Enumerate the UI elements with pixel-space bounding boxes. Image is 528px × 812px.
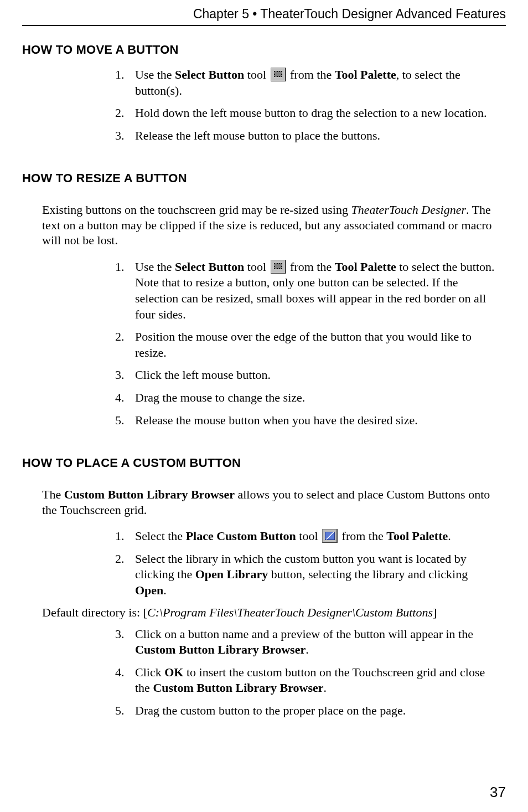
text: Select the	[135, 529, 186, 543]
default-directory: Default directory is: [C:\Program Files\…	[42, 605, 506, 620]
text: .	[306, 643, 309, 656]
page-number: 37	[490, 784, 506, 801]
move-steps: Use the Select Button tool from the Tool…	[127, 67, 506, 143]
italic-text: TheaterTouch Designer	[351, 203, 466, 217]
bold-text: Custom Button Library Browser	[135, 643, 306, 656]
bold-text: Open Library	[195, 567, 268, 581]
bold-text: Select Button	[175, 260, 244, 274]
place-custom-button-tool-icon	[322, 529, 338, 543]
text: .	[448, 529, 451, 543]
text: button, selecting the library and clicki…	[268, 567, 468, 581]
text: Click	[135, 665, 164, 679]
list-item: Position the mouse over the edge of the …	[127, 329, 500, 361]
bold-text: Open	[135, 583, 163, 597]
text: tool	[296, 529, 321, 543]
list-item: Select the library in which the custom b…	[127, 551, 500, 599]
text: tool	[244, 260, 269, 274]
list-item: Click OK to insert the custom button on …	[127, 665, 500, 696]
text: Use the	[135, 260, 175, 274]
bold-text: Tool Palette	[386, 529, 448, 543]
bold-text: Select Button	[175, 68, 244, 81]
text: from the	[287, 260, 335, 274]
bold-text: Tool Palette	[335, 68, 396, 81]
bold-text: OK	[164, 665, 183, 679]
list-item: Release the left mouse button to place t…	[127, 128, 500, 144]
select-button-tool-icon	[271, 260, 286, 274]
text: Use the	[135, 68, 175, 81]
bold-text: Custom Button Library Browser	[153, 681, 323, 695]
italic-text: C:\Program Files\TheaterTouch Designer\C…	[147, 605, 433, 619]
text: .	[163, 583, 167, 597]
list-item: Drag the mouse to change the size.	[127, 390, 500, 406]
list-item: Click on a button name and a preview of …	[127, 626, 500, 658]
text: .	[324, 681, 327, 695]
text: Click on a button name and a preview of …	[135, 627, 473, 641]
heading-move: HOW TO MOVE A BUTTON	[22, 43, 506, 57]
list-item: Select the Place Custom Button tool from…	[127, 528, 500, 544]
heading-resize: HOW TO RESIZE A BUTTON	[22, 171, 506, 186]
list-item: Release the mouse button when you have t…	[127, 413, 500, 429]
page-header: Chapter 5 • TheaterTouch Designer Advanc…	[22, 7, 506, 26]
heading-custom: HOW TO PLACE A CUSTOM BUTTON	[22, 456, 506, 470]
text: ]	[433, 605, 437, 619]
resize-intro: Existing buttons on the touchscreen grid…	[42, 202, 506, 248]
resize-steps: Use the Select Button tool from the Tool…	[127, 259, 506, 428]
custom-steps-a: Select the Place Custom Button tool from…	[127, 528, 506, 598]
list-item: Hold down the left mouse button to drag …	[127, 105, 500, 121]
text: from the	[339, 529, 386, 543]
text: tool	[244, 68, 269, 81]
list-item: Use the Select Button tool from the Tool…	[127, 67, 500, 99]
list-item: Drag the custom button to the proper pla…	[127, 703, 500, 719]
bold-text: Custom Button Library Browser	[64, 487, 235, 501]
bold-text: Place Custom Button	[186, 529, 296, 543]
text: Default directory is: [	[42, 605, 147, 619]
select-button-tool-icon	[271, 68, 286, 81]
list-item: Click the left mouse button.	[127, 367, 500, 383]
text: Existing buttons on the touchscreen grid…	[42, 203, 351, 217]
custom-steps-b: Click on a button name and a preview of …	[127, 626, 506, 719]
text: The	[42, 487, 64, 501]
list-item: Use the Select Button tool from the Tool…	[127, 259, 500, 322]
custom-intro: The Custom Button Library Browser allows…	[42, 487, 506, 517]
text: from the	[287, 68, 335, 81]
bold-text: Tool Palette	[335, 260, 396, 274]
